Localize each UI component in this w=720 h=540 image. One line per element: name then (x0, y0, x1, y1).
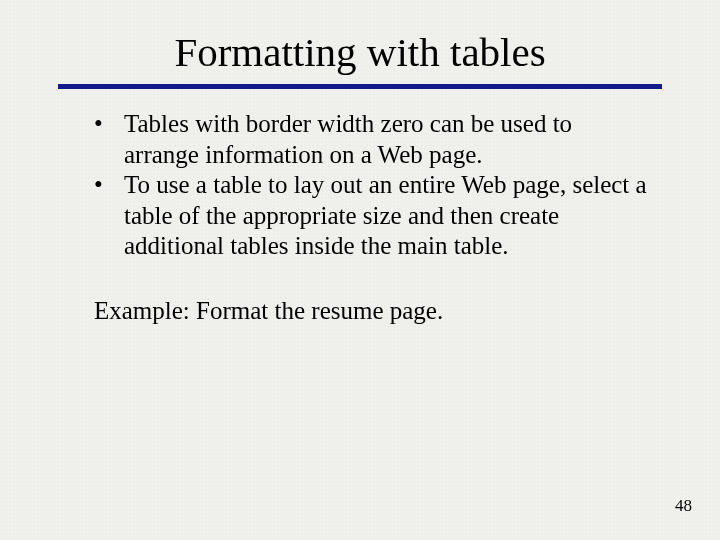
bullet-item: To use a table to lay out an entire Web … (80, 170, 648, 262)
slide-title: Formatting with tables (0, 0, 720, 84)
bullet-item: Tables with border width zero can be use… (80, 109, 648, 170)
slide-body: Tables with border width zero can be use… (80, 109, 648, 326)
bullet-list: Tables with border width zero can be use… (80, 109, 648, 262)
title-underline (58, 84, 662, 89)
slide: Formatting with tables Tables with borde… (0, 0, 720, 540)
example-text: Example: Format the resume page. (80, 296, 648, 327)
page-number: 48 (675, 496, 692, 516)
